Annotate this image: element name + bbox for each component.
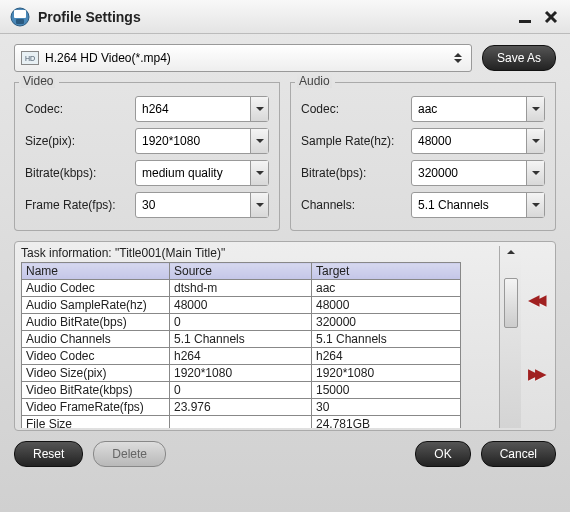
audio-bitrate-select[interactable]: 320000 (411, 160, 545, 186)
cell-source: 5.1 Channels (170, 331, 312, 348)
audio-codec-label: Codec: (301, 102, 411, 116)
chevron-down-icon (526, 161, 544, 185)
chevron-down-icon (250, 193, 268, 217)
cell-name: File Size (22, 416, 170, 429)
chevron-down-icon (250, 161, 268, 185)
titlebar: Profile Settings (0, 0, 570, 34)
cell-target: aac (312, 280, 461, 297)
col-source[interactable]: Source (170, 263, 312, 280)
cell-source: h264 (170, 348, 312, 365)
cell-source (170, 416, 312, 429)
cell-name: Video BitRate(kbps) (22, 382, 170, 399)
cell-name: Audio SampleRate(hz) (22, 297, 170, 314)
table-row[interactable]: File Size24.781GB (22, 416, 461, 429)
cell-name: Audio Codec (22, 280, 170, 297)
video-codec-label: Codec: (25, 102, 135, 116)
audio-group: Audio Codec:aac Sample Rate(hz):48000 Bi… (290, 82, 556, 231)
table-row[interactable]: Video FrameRate(fps)23.97630 (22, 399, 461, 416)
ok-button[interactable]: OK (415, 441, 470, 467)
svg-rect-1 (14, 10, 26, 18)
video-group: Video Codec:h264 Size(pix):1920*1080 Bit… (14, 82, 280, 231)
app-icon (10, 7, 30, 27)
col-name[interactable]: Name (22, 263, 170, 280)
minimize-button[interactable] (516, 8, 534, 26)
updown-icon (451, 53, 465, 63)
video-bitrate-select[interactable]: medium quality (135, 160, 269, 186)
cell-target: 30 (312, 399, 461, 416)
cell-name: Video Codec (22, 348, 170, 365)
cell-source: 0 (170, 382, 312, 399)
table-row[interactable]: Video Codech264h264 (22, 348, 461, 365)
scroll-thumb[interactable] (504, 278, 518, 328)
col-target[interactable]: Target (312, 263, 461, 280)
table-row[interactable]: Video Size(pix)1920*10801920*1080 (22, 365, 461, 382)
scrollbar[interactable] (499, 246, 521, 428)
audio-sample-select[interactable]: 48000 (411, 128, 545, 154)
cell-target: 1920*1080 (312, 365, 461, 382)
window-title: Profile Settings (38, 9, 508, 25)
svg-rect-2 (16, 19, 24, 24)
chevron-down-icon (526, 129, 544, 153)
table-row[interactable]: Audio BitRate(bps)0320000 (22, 314, 461, 331)
cell-name: Audio Channels (22, 331, 170, 348)
audio-sample-label: Sample Rate(hz): (301, 134, 411, 148)
cell-source: 1920*1080 (170, 365, 312, 382)
cell-target: 24.781GB (312, 416, 461, 429)
table-row[interactable]: Audio Codecdtshd-maac (22, 280, 461, 297)
video-bitrate-label: Bitrate(kbps): (25, 166, 135, 180)
scroll-up-icon[interactable] (507, 250, 515, 254)
cell-source: 0 (170, 314, 312, 331)
task-table: Name Source Target Audio Codecdtshd-maac… (21, 262, 461, 428)
cell-source: dtshd-m (170, 280, 312, 297)
video-size-select[interactable]: 1920*1080 (135, 128, 269, 154)
video-size-label: Size(pix): (25, 134, 135, 148)
reset-button[interactable]: Reset (14, 441, 83, 467)
profile-selected: H.264 HD Video(*.mp4) (45, 51, 451, 65)
save-as-button[interactable]: Save As (482, 45, 556, 71)
cell-source: 23.976 (170, 399, 312, 416)
prev-button[interactable]: ◀◀ (528, 291, 542, 309)
cell-name: Video FrameRate(fps) (22, 399, 170, 416)
video-legend: Video (21, 74, 55, 88)
chevron-down-icon (526, 193, 544, 217)
chevron-down-icon (250, 129, 268, 153)
video-codec-select[interactable]: h264 (135, 96, 269, 122)
audio-channels-label: Channels: (301, 198, 411, 212)
audio-codec-select[interactable]: aac (411, 96, 545, 122)
footer: Reset Delete OK Cancel (0, 431, 570, 477)
cell-target: 5.1 Channels (312, 331, 461, 348)
next-button[interactable]: ▶▶ (528, 365, 542, 383)
audio-legend: Audio (297, 74, 332, 88)
svg-rect-3 (519, 20, 531, 23)
cell-target: 15000 (312, 382, 461, 399)
chevron-down-icon (526, 97, 544, 121)
delete-button[interactable]: Delete (93, 441, 166, 467)
profile-dropdown[interactable]: HD H.264 HD Video(*.mp4) (14, 44, 472, 72)
video-framerate-select[interactable]: 30 (135, 192, 269, 218)
close-button[interactable] (542, 8, 560, 26)
format-hd-icon: HD (21, 51, 39, 65)
table-row[interactable]: Audio Channels5.1 Channels5.1 Channels (22, 331, 461, 348)
cell-target: 320000 (312, 314, 461, 331)
video-framerate-label: Frame Rate(fps): (25, 198, 135, 212)
cell-target: h264 (312, 348, 461, 365)
task-panel: Task information: "Title001(Main Title)"… (14, 241, 556, 431)
cancel-button[interactable]: Cancel (481, 441, 556, 467)
table-row[interactable]: Video BitRate(kbps)015000 (22, 382, 461, 399)
audio-channels-select[interactable]: 5.1 Channels (411, 192, 545, 218)
task-info: Task information: "Title001(Main Title)" (21, 246, 499, 260)
audio-bitrate-label: Bitrate(bps): (301, 166, 411, 180)
table-row[interactable]: Audio SampleRate(hz)4800048000 (22, 297, 461, 314)
cell-target: 48000 (312, 297, 461, 314)
chevron-down-icon (250, 97, 268, 121)
cell-name: Video Size(pix) (22, 365, 170, 382)
cell-source: 48000 (170, 297, 312, 314)
cell-name: Audio BitRate(bps) (22, 314, 170, 331)
